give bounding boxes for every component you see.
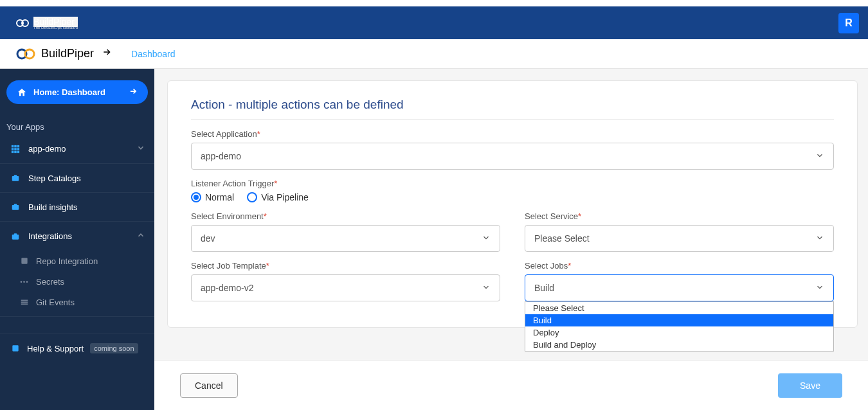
brand-secondary: BuildPiper — [15, 47, 94, 60]
home-icon — [17, 87, 27, 98]
label-listener-trigger: Listener Action Trigger* — [191, 179, 834, 188]
svg-rect-9 — [17, 148, 20, 150]
help-badge: coming soon — [90, 343, 138, 353]
radio-via-pipeline[interactable]: Via Pipeline — [247, 192, 309, 202]
sidebar-item-label: Build insights — [28, 202, 78, 212]
svg-rect-13 — [21, 258, 27, 263]
svg-rect-8 — [14, 148, 17, 150]
breadcrumb-dashboard[interactable]: Dashboard — [131, 49, 176, 59]
svg-rect-11 — [14, 150, 17, 153]
sidebar-sub-label: Git Events — [36, 298, 75, 307]
form-footer: Cancel Save — [154, 360, 868, 410]
brand-sub: The DevSecOps standard — [33, 26, 78, 30]
help-label: Help & Support — [27, 344, 84, 353]
save-button[interactable]: Save — [778, 373, 842, 398]
radio-icon — [191, 192, 201, 202]
select-application[interactable]: app-demo — [191, 143, 834, 170]
chevron-down-icon — [482, 283, 491, 294]
chevron-down-icon — [815, 151, 824, 162]
logo-icon — [15, 16, 30, 30]
main-content: Action - multiple actions can be defined… — [154, 69, 868, 410]
briefcase-icon — [10, 231, 21, 242]
select-value: app-demo — [201, 151, 241, 161]
sidebar-item-integrations[interactable]: Integrations — [0, 222, 154, 251]
radio-normal[interactable]: Normal — [191, 192, 234, 202]
sub-repo-integration[interactable]: Repo Integration — [0, 251, 154, 271]
secrets-icon: ••• — [19, 276, 30, 287]
radio-label: Via Pipeline — [261, 192, 309, 202]
dropdown-option-build[interactable]: Build — [525, 314, 833, 326]
home-button[interactable]: Home: Dashboard — [6, 80, 148, 104]
card-title: Action - multiple actions can be defined — [191, 98, 834, 112]
chevron-down-icon — [482, 233, 491, 244]
brand-secondary-text: BuildPiper — [41, 47, 94, 60]
select-job-template[interactable]: app-demo-v2 — [191, 274, 500, 301]
label-select-service: Select Service* — [525, 211, 834, 221]
svg-rect-15 — [21, 301, 28, 303]
repo-icon — [19, 256, 30, 266]
select-value: dev — [201, 233, 215, 244]
cancel-button[interactable]: Cancel — [180, 373, 238, 398]
user-avatar[interactable]: R — [838, 13, 859, 33]
action-form-card: Action - multiple actions can be defined… — [167, 80, 858, 328]
sub-secrets[interactable]: ••• Secrets — [0, 271, 154, 292]
section-your-apps: Your Apps — [0, 116, 154, 134]
briefcase-icon — [10, 173, 21, 183]
svg-rect-7 — [12, 148, 14, 150]
sidebar-item-app-demo[interactable]: app-demo — [0, 134, 154, 164]
select-jobs[interactable]: Build — [525, 274, 834, 301]
radio-label: Normal — [205, 192, 234, 202]
sidebar-help-support[interactable]: Help & Support coming soon — [0, 334, 154, 362]
select-value: Please Select — [534, 233, 590, 244]
label-job-template: Select Job Template* — [191, 261, 500, 271]
svg-rect-17 — [12, 345, 18, 351]
select-value: Build — [534, 283, 554, 293]
dropdown-option-deploy[interactable]: Deploy — [525, 326, 833, 339]
top-header: BuildPiper The DevSecOps standard R — [0, 6, 868, 39]
chevron-up-icon — [136, 231, 145, 242]
sub-git-events[interactable]: Git Events — [0, 292, 154, 317]
home-label: Home: Dashboard — [33, 87, 105, 97]
brand-logo: BuildPiper The DevSecOps standard — [15, 16, 78, 30]
label-select-application: Select Application* — [191, 129, 834, 139]
second-header: BuildPiper Dashboard — [0, 39, 868, 69]
svg-rect-14 — [21, 300, 28, 301]
sidebar-item-build-insights[interactable]: Build insights — [0, 193, 154, 222]
briefcase-icon — [10, 202, 21, 212]
svg-rect-12 — [17, 150, 20, 153]
sidebar-item-label: Integrations — [28, 231, 72, 241]
label-select-environment: Select Environment* — [191, 211, 500, 221]
sidebar: Home: Dashboard Your Apps app-demo — [0, 69, 154, 410]
sidebar-sub-label: Secrets — [36, 277, 64, 287]
radio-icon — [247, 192, 257, 202]
svg-rect-4 — [12, 145, 14, 147]
chevron-down-icon — [815, 233, 824, 244]
dropdown-option-build-deploy[interactable]: Build and Deploy — [525, 339, 833, 351]
label-select-jobs: Select Jobs* — [525, 261, 834, 271]
sidebar-item-step-catalogs[interactable]: Step Catalogs — [0, 164, 154, 193]
help-icon — [10, 343, 21, 353]
chevron-down-icon — [136, 143, 145, 154]
sidebar-sub-label: Repo Integration — [36, 256, 98, 266]
svg-rect-16 — [21, 303, 28, 305]
sidebar-item-label: app-demo — [28, 144, 66, 154]
select-environment[interactable]: dev — [191, 225, 500, 252]
arrow-right-icon — [129, 87, 138, 98]
git-icon — [19, 297, 30, 307]
select-service[interactable]: Please Select — [525, 225, 834, 252]
chevron-down-icon — [815, 283, 824, 294]
grid-icon — [10, 144, 21, 154]
sidebar-item-label: Step Catalogs — [28, 174, 81, 183]
svg-rect-6 — [17, 145, 20, 147]
jobs-dropdown: Please Select Build Deploy Build and Dep… — [525, 301, 834, 352]
arrow-right-icon — [102, 47, 112, 60]
svg-rect-10 — [12, 150, 14, 153]
select-value: app-demo-v2 — [201, 283, 254, 293]
dropdown-option-please-select[interactable]: Please Select — [525, 302, 833, 314]
svg-rect-5 — [14, 145, 17, 147]
logo-icon — [15, 48, 36, 60]
